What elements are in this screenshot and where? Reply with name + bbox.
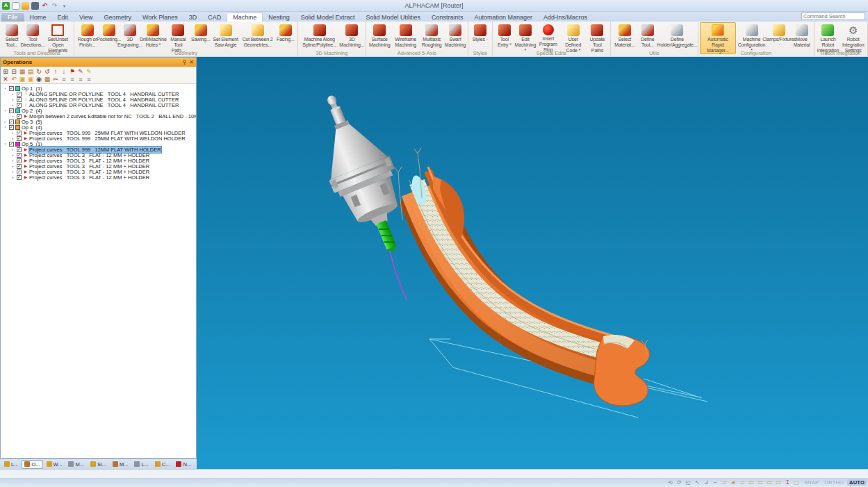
tree-expand-icon[interactable]: ▸ (10, 158, 15, 163)
btn-select-tool[interactable]: Select Tool... (1, 22, 22, 49)
grid-icon[interactable]: ▢ (793, 479, 801, 486)
tree-expand-icon[interactable]: ▸ (10, 92, 15, 96)
operations-panel-header[interactable]: Operations ⚲ ✕ (1, 58, 196, 67)
tree-expand-icon[interactable]: ▸ (10, 153, 15, 157)
tree-checkbox[interactable]: ✓ (9, 108, 14, 113)
find-icon[interactable]: ◉ (35, 76, 42, 83)
tree-expand-icon[interactable]: ▸ (3, 119, 8, 124)
btn-insert-program-stop[interactable]: Insert Program Stop (536, 22, 561, 53)
tab-solid-model-extract[interactable]: Solid Model Extract (295, 13, 361, 22)
tab-file[interactable]: File (1, 13, 24, 22)
tab-nesting[interactable]: Nesting (263, 13, 295, 22)
tab-machining-styles[interactable]: M... (110, 460, 131, 469)
tree-checkbox[interactable]: ✓ (9, 86, 14, 91)
btn-swarf-machining[interactable]: Swarf Machining (444, 22, 466, 49)
tree-expand-icon[interactable]: ▸ (10, 164, 15, 168)
tree-checkbox[interactable]: ✓ (17, 175, 22, 180)
btn-tool-entry[interactable]: Tool Entry * (494, 22, 515, 49)
axis-xy-icon[interactable]: ⊿ (703, 479, 710, 486)
tab-work-planes[interactable]: Work Planes (137, 13, 183, 22)
view-bottom-icon[interactable]: ▭ (775, 479, 783, 486)
flag-icon[interactable]: ⚑ (69, 68, 76, 75)
tree-checkbox[interactable]: ✓ (17, 147, 22, 152)
mode-snap[interactable]: SNAP (802, 479, 821, 486)
tab-geometry[interactable]: Geometry (98, 13, 137, 22)
mode-auto[interactable]: AUTO (847, 479, 867, 486)
collapse-all-icon[interactable]: ⊟ (10, 68, 17, 75)
edit-style-icon[interactable]: ✎ (85, 68, 92, 75)
command-search-input[interactable] (801, 13, 865, 20)
btn-multiaxis-roughing[interactable]: Multiaxis Roughing (419, 22, 444, 49)
viewport-3d[interactable] (197, 57, 868, 469)
tree-expand-icon[interactable]: ▸ (10, 114, 15, 118)
tab-machine[interactable]: Machine (227, 13, 263, 22)
unlock-icon[interactable]: ▣ (27, 76, 34, 83)
mode-ortho[interactable]: ORTHO (822, 479, 846, 486)
view-back-icon[interactable]: ▭ (757, 479, 764, 486)
view-left-icon[interactable]: ▭ (766, 479, 773, 486)
btn-drill-machine-holes[interactable]: Drill/Machine Holes * (140, 22, 166, 49)
tree-checkbox[interactable]: ✓ (17, 92, 22, 97)
edit-icon[interactable]: ✎ (77, 68, 84, 75)
loop-alt-icon[interactable]: ↺ (44, 68, 51, 75)
tree-checkbox[interactable]: ✓ (9, 119, 14, 124)
list-nc-icon[interactable]: ≡ (77, 76, 84, 83)
tab-nesting[interactable]: N... (173, 460, 194, 469)
thumbnails-icon[interactable]: ▦ (19, 68, 26, 75)
tab-view[interactable]: View (74, 13, 98, 22)
report-icon[interactable]: ▤ (27, 68, 34, 75)
tree-checkbox[interactable]: ✓ (17, 170, 22, 174)
view-rotate-icon[interactable]: ⟲ (666, 479, 674, 486)
btn-define-tool[interactable]: Define Tool... (637, 22, 658, 49)
move-up-icon[interactable]: ↑ (52, 68, 59, 75)
btn-clamps-fixtures[interactable]: Clamps/Fixtures · (767, 22, 791, 49)
tab-home[interactable]: Home (24, 13, 52, 22)
tree-expand-icon[interactable]: ▾ (3, 142, 8, 146)
btn-tool-directions[interactable]: Tool Directions... (22, 22, 43, 49)
btn-facing[interactable]: Facing... (275, 22, 296, 44)
pin-icon[interactable]: ⚲ (182, 60, 186, 65)
plumb-icon[interactable]: ↧ (784, 479, 792, 486)
btn-move-material[interactable]: Move Material (792, 22, 812, 49)
btn-set-element-saw-angle[interactable]: Set Element Saw Angle (211, 22, 240, 49)
btn-styles[interactable]: Styles · (470, 22, 491, 44)
view-iso-icon[interactable]: ▱ (721, 479, 728, 486)
tree-checkbox[interactable]: ✓ (9, 142, 14, 147)
tab-edit[interactable]: Edit (52, 13, 74, 22)
tab-lights[interactable]: L... (131, 460, 151, 469)
tree-expand-icon[interactable]: ▸ (10, 131, 15, 135)
tree-checkbox[interactable]: ✓ (9, 125, 14, 130)
btn-define-holder-aggregate[interactable]: Define Holder/Aggregate... (658, 22, 696, 49)
btn-3d-machining[interactable]: 3D Machining... (340, 22, 364, 49)
tab-solid-model-utilities[interactable]: Solid Model Utilities (360, 13, 426, 22)
tab-layers[interactable]: L... (1, 460, 21, 469)
tree-checkbox[interactable]: ✓ (17, 114, 22, 119)
list-order-icon[interactable]: ≡ (69, 76, 76, 83)
btn-rough-or-finish[interactable]: Rough or Finish... (76, 22, 98, 49)
tree-checkbox[interactable]: ✓ (17, 131, 22, 135)
tree-checkbox[interactable]: ✓ (17, 153, 22, 158)
expand-all-icon[interactable]: ⊞ (2, 68, 9, 75)
tree-checkbox[interactable]: ✓ (17, 158, 22, 163)
tab-cad[interactable]: CAD (202, 13, 227, 22)
tab-operations[interactable]: O... (22, 460, 42, 469)
delete-icon[interactable]: ✕ (2, 76, 9, 83)
tree-expand-icon[interactable]: ▸ (10, 147, 15, 151)
tab-simulation[interactable]: Si... (88, 460, 109, 469)
tree-expand-icon[interactable]: ▸ (10, 170, 15, 174)
view-rotate-cw-icon[interactable]: ⟳ (675, 479, 683, 486)
btn-3d-engraving[interactable]: 3D Engraving... (120, 22, 140, 49)
tree-checkbox[interactable]: ✓ (17, 164, 22, 169)
view-side-icon[interactable]: ▭ (748, 479, 755, 486)
tree-expand-icon[interactable]: ▸ (10, 97, 15, 101)
btn-pocketing[interactable]: Pocketing... (99, 22, 120, 44)
tab-add-ins-macros[interactable]: Add-Ins/Macros (538, 13, 593, 22)
view-top-icon[interactable]: ▰ (730, 479, 737, 486)
pointer-icon[interactable]: ↖ (694, 479, 701, 486)
list-misc-icon[interactable]: ≡ (85, 76, 92, 83)
tree-expand-icon[interactable]: ▸ (10, 175, 15, 179)
close-icon[interactable]: ✕ (189, 60, 194, 65)
axis-z-icon[interactable]: ⌐ (712, 479, 719, 486)
tree-checkbox[interactable]: ✓ (17, 136, 22, 141)
lock-icon[interactable]: ▣ (19, 76, 26, 83)
